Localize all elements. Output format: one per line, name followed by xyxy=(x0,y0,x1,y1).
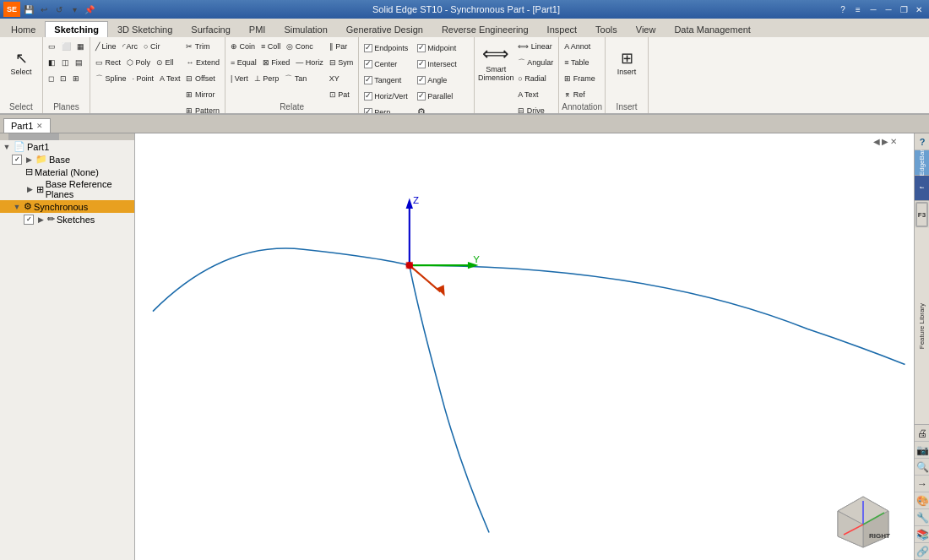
viewport[interactable]: Z Y xyxy=(135,133,914,560)
dim-btn-1[interactable]: ⟺ Linear xyxy=(515,39,556,54)
tree-root[interactable]: ▼ 📄 Part1 xyxy=(0,140,134,153)
is-check-4[interactable]: Intersect xyxy=(415,57,467,72)
par-relate-btn[interactable]: ∥ Par xyxy=(327,39,356,54)
annot-btn-2[interactable]: ≡ Table xyxy=(562,55,598,70)
tab-home[interactable]: Home xyxy=(2,21,45,37)
insert-btn[interactable]: ⊞ Insert xyxy=(608,39,645,88)
tree-scrollbar[interactable] xyxy=(0,133,134,140)
doc-tab-part1[interactable]: Part1 ✕ xyxy=(3,118,51,133)
extend-btn[interactable]: ↔ Extend xyxy=(183,55,222,70)
dim-btn-4[interactable]: A Text xyxy=(515,87,556,102)
tree-sync-expand[interactable]: ▼ xyxy=(12,202,22,212)
quick-pin-btn[interactable]: 📌 xyxy=(83,3,96,16)
plane-btn-3[interactable]: ▦ xyxy=(74,39,87,54)
ribbon-minimize-btn[interactable]: ─ xyxy=(867,3,880,15)
is-check-8[interactable]: Parallel xyxy=(415,89,467,104)
doc-tab-close-btn[interactable]: ✕ xyxy=(36,122,43,130)
search-icon-btn[interactable]: 🔍 xyxy=(915,459,929,476)
ellipse-btn[interactable]: ⊙ Ell xyxy=(154,55,177,70)
spline-btn[interactable]: ⌒ Spline xyxy=(93,71,129,86)
quick-customize-btn[interactable]: ▾ xyxy=(68,3,81,16)
plane-btn-8[interactable]: ⊡ xyxy=(57,71,69,86)
symm-btn[interactable]: ⊟ Sym xyxy=(327,55,356,70)
tree-sketches-expand[interactable]: ▶ xyxy=(35,215,46,225)
camera-icon-btn[interactable]: 📷 xyxy=(915,442,929,459)
trim-btn[interactable]: ✂ Trim xyxy=(183,39,222,54)
annot-btn-4[interactable]: ⌆ Ref xyxy=(562,87,598,102)
vert-relate-btn[interactable]: | Vert xyxy=(228,71,251,86)
plane-btn-1[interactable]: ▭ xyxy=(46,39,58,54)
is-check-9[interactable]: Perp xyxy=(361,105,414,115)
pattern-btn[interactable]: ⊞ Pattern xyxy=(183,103,222,115)
plane-btn-7[interactable]: ◻ xyxy=(46,71,57,86)
plane-btn-2[interactable]: ⬜ xyxy=(59,39,73,54)
tab-reverse-engineering[interactable]: Reverse Engineering xyxy=(432,21,538,37)
tree-node-material[interactable]: ⊟ Material (None) xyxy=(0,166,134,178)
collinear-btn[interactable]: ≡ Coll xyxy=(258,39,283,54)
dim-btn-5[interactable]: ⊟ Drive xyxy=(515,103,556,115)
fixed-btn[interactable]: ⊠ Fixed xyxy=(260,55,293,70)
color-icon-btn[interactable]: 🎨 xyxy=(915,492,929,509)
nav-close-viewport-btn[interactable]: ✕ xyxy=(890,137,897,146)
is-settings-btn[interactable]: ⚙ xyxy=(415,105,428,115)
tree-node-base[interactable]: ✓ ▶ 📁 Base xyxy=(0,153,134,166)
tab-simulation[interactable]: Simulation xyxy=(274,21,336,37)
horiz-btn[interactable]: — Horiz xyxy=(293,55,326,70)
poly-btn[interactable]: ⬡ Poly xyxy=(124,55,153,70)
is-check-5[interactable]: Tangent xyxy=(361,73,414,88)
print-icon-btn[interactable]: 🖨 xyxy=(915,425,929,442)
is-check-2[interactable]: Midpoint xyxy=(415,41,467,56)
tan-btn[interactable]: ⌒ Tan xyxy=(282,71,309,86)
plane-btn-4[interactable]: ◧ xyxy=(46,55,58,70)
tab-3d-sketching[interactable]: 3D Sketching xyxy=(108,21,182,37)
link-icon-btn[interactable]: 🔗 xyxy=(915,543,929,560)
mirror-btn[interactable]: ⊞ Mirror xyxy=(183,87,222,102)
tab-data-management[interactable]: Data Management xyxy=(665,21,760,37)
facebook-panel-btn[interactable]: f xyxy=(915,176,929,201)
offset-btn[interactable]: ⊟ Offset xyxy=(183,71,222,86)
arc-btn[interactable]: ◜ Arc xyxy=(120,39,141,54)
text-btn[interactable]: A Text xyxy=(157,71,182,86)
tree-node-synchronous[interactable]: ▼ ⚙ Synchronous xyxy=(0,200,134,213)
edgebar-btn[interactable]: EdgeBar xyxy=(915,150,929,176)
line-btn[interactable]: ╱ Line xyxy=(93,39,119,54)
f3-panel-btn[interactable]: F3 xyxy=(915,202,928,227)
tab-sketching[interactable]: Sketching xyxy=(45,21,108,37)
concentric-btn[interactable]: ◎ Conc xyxy=(284,39,316,54)
ribbon-options-btn[interactable]: ≡ xyxy=(851,3,865,15)
app-restore-btn[interactable]: ❐ xyxy=(897,3,910,15)
app-minimize-btn[interactable]: ─ xyxy=(882,3,895,15)
rect-btn[interactable]: ▭ Rect xyxy=(93,55,123,70)
plane-btn-6[interactable]: ▤ xyxy=(73,55,85,70)
arrow-icon-btn[interactable]: → xyxy=(915,476,929,492)
tree-ref-expand[interactable]: ▶ xyxy=(25,184,35,194)
app-close-btn[interactable]: ✕ xyxy=(912,3,926,15)
tree-node-sketches[interactable]: ✓ ▶ ✏ Sketches xyxy=(0,213,134,226)
is-check-1[interactable]: Endpoints xyxy=(361,41,414,56)
settings-icon-btn[interactable]: 🔧 xyxy=(915,509,929,526)
tab-inspect[interactable]: Inspect xyxy=(538,21,586,37)
tab-tools[interactable]: Tools xyxy=(586,21,627,37)
annot-btn-3[interactable]: ⊞ Frame xyxy=(562,71,598,86)
equal-btn[interactable]: = Equal xyxy=(228,55,259,70)
tree-sketches-checkbox[interactable]: ✓ xyxy=(24,215,34,225)
help-sidebar-btn[interactable]: ? xyxy=(915,133,929,150)
tree-scroll-thumb[interactable] xyxy=(8,133,59,140)
viewcube[interactable]: RIGHT xyxy=(834,492,893,552)
quick-undo-btn[interactable]: ↩ xyxy=(37,3,51,16)
feature-library-btn[interactable]: Feature Library xyxy=(915,228,929,425)
tree-base-checkbox[interactable]: ✓ xyxy=(12,155,22,165)
select-btn[interactable]: ↖ Select xyxy=(3,39,40,88)
help-btn[interactable]: ? xyxy=(836,3,850,15)
is-check-3[interactable]: Center xyxy=(361,57,414,72)
dim-btn-2[interactable]: ⌒ Angular xyxy=(515,55,556,70)
circle-btn[interactable]: ○ Cir xyxy=(141,39,162,54)
nav-prev-btn[interactable]: ◀ xyxy=(873,137,880,146)
tab-generative-design[interactable]: Generative Design xyxy=(337,21,432,37)
is-check-7[interactable]: Horiz/Vert xyxy=(361,89,414,104)
xy-btn[interactable]: XY xyxy=(327,71,356,86)
point-btn[interactable]: · Point xyxy=(130,71,157,86)
tree-base-expand[interactable]: ▶ xyxy=(24,155,34,165)
tab-pmi[interactable]: PMI xyxy=(240,21,275,37)
smart-dimension-btn[interactable]: ⟺ SmartDimension xyxy=(477,39,514,88)
